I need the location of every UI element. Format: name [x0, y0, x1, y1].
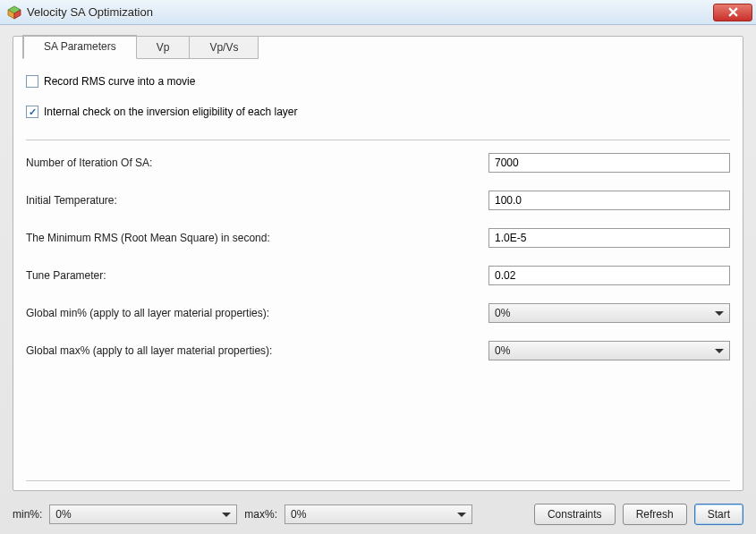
bottom-min-value: 0%	[55, 508, 222, 521]
divider-bottom	[26, 480, 730, 481]
global-max-value: 0%	[495, 344, 715, 357]
refresh-button[interactable]: Refresh	[623, 504, 687, 525]
tabs: SA Parameters Vp Vp/Vs	[22, 36, 734, 59]
record-rms-label: Record RMS curve into a movie	[44, 75, 195, 88]
body-area: SA Parameters Vp Vp/Vs Record RMS curve …	[0, 25, 756, 534]
bottom-max-combo[interactable]: 0%	[285, 504, 472, 524]
internal-check-label: Internal check on the inversion eligibil…	[44, 106, 298, 118]
internal-check-checkbox[interactable]	[26, 106, 38, 118]
tab-vp-vs[interactable]: Vp/Vs	[190, 36, 259, 59]
constraints-button[interactable]: Constraints	[534, 504, 616, 525]
iterations-row: Number of Iteration Of SA:	[26, 153, 730, 173]
start-button[interactable]: Start	[694, 504, 743, 525]
tab-content: Record RMS curve into a movie Internal c…	[22, 59, 734, 481]
close-button[interactable]	[713, 4, 752, 21]
app-icon	[7, 5, 21, 20]
internal-check-row: Internal check on the inversion eligibil…	[26, 106, 730, 118]
record-rms-row: Record RMS curve into a movie	[26, 75, 730, 88]
window-title: Velocity SA Optimization	[27, 5, 713, 19]
global-max-row: Global max% (apply to all layer material…	[26, 341, 730, 360]
global-max-label: Global max% (apply to all layer material…	[26, 344, 488, 357]
titlebar: Velocity SA Optimization	[0, 0, 756, 25]
tab-sa-parameters[interactable]: SA Parameters	[22, 35, 137, 59]
chevron-down-icon	[715, 311, 724, 316]
tab-vp[interactable]: Vp	[137, 36, 191, 59]
initial-temp-row: Initial Temperature:	[26, 191, 730, 210]
global-min-row: Global min% (apply to all layer material…	[26, 303, 730, 323]
bottom-min-combo[interactable]: 0%	[49, 504, 237, 524]
iterations-label: Number of Iteration Of SA:	[26, 157, 488, 169]
min-rms-label: The Minimum RMS (Root Mean Square) in se…	[26, 232, 488, 244]
chevron-down-icon	[457, 513, 466, 517]
min-rms-row: The Minimum RMS (Root Mean Square) in se…	[26, 228, 730, 248]
bottom-min-label: min%:	[13, 508, 42, 521]
bottom-max-value: 0%	[291, 508, 457, 521]
initial-temp-input[interactable]	[488, 191, 730, 210]
tune-param-input[interactable]	[488, 266, 730, 285]
min-rms-input[interactable]	[488, 228, 730, 248]
bottom-max-label: max%:	[244, 508, 277, 521]
chevron-down-icon	[715, 349, 724, 353]
global-max-combo[interactable]: 0%	[488, 341, 730, 360]
record-rms-checkbox[interactable]	[26, 75, 38, 88]
iterations-input[interactable]	[488, 153, 730, 173]
initial-temp-label: Initial Temperature:	[26, 194, 488, 207]
global-min-combo[interactable]: 0%	[488, 303, 730, 323]
main-panel: SA Parameters Vp Vp/Vs Record RMS curve …	[13, 36, 743, 491]
bottom-bar: min%: 0% max%: 0% Constraints Refresh St…	[13, 491, 743, 525]
divider-top	[26, 140, 730, 140]
global-min-label: Global min% (apply to all layer material…	[26, 307, 488, 319]
tune-param-label: Tune Parameter:	[26, 269, 488, 282]
tune-param-row: Tune Parameter:	[26, 266, 730, 285]
chevron-down-icon	[222, 513, 231, 517]
global-min-value: 0%	[495, 307, 715, 319]
window-root: Velocity SA Optimization SA Parameters V…	[0, 0, 756, 534]
